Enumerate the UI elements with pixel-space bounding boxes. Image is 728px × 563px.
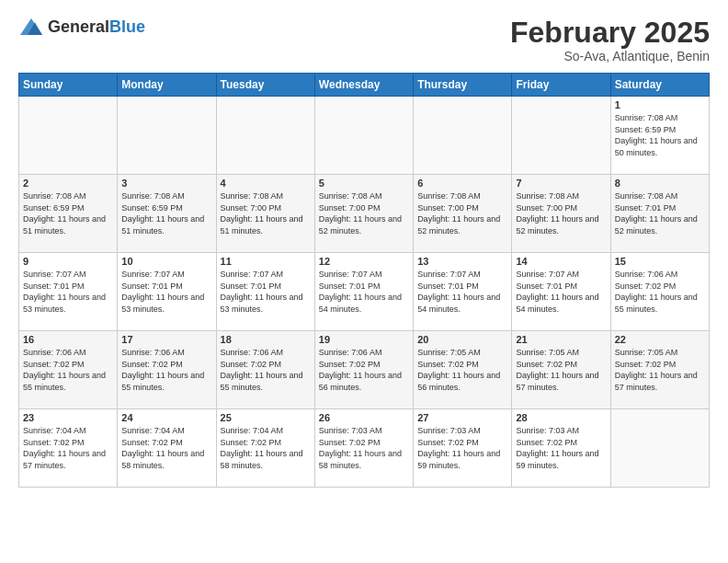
day-number: 1 — [615, 99, 705, 110]
calendar-cell: 4Sunrise: 7:08 AMSunset: 7:00 PMDaylight… — [216, 175, 314, 253]
day-info: Sunrise: 7:03 AMSunset: 7:02 PMDaylight:… — [417, 425, 507, 471]
page: GeneralBlue February 2025 So-Ava, Atlant… — [0, 0, 728, 563]
day-number: 22 — [615, 334, 705, 345]
day-info: Sunrise: 7:05 AMSunset: 7:02 PMDaylight:… — [417, 347, 507, 393]
calendar-week-4: 23Sunrise: 7:04 AMSunset: 7:02 PMDayligh… — [19, 409, 710, 488]
col-wednesday: Wednesday — [314, 74, 413, 97]
calendar-week-3: 16Sunrise: 7:06 AMSunset: 7:02 PMDayligh… — [19, 331, 710, 409]
calendar-cell — [314, 97, 413, 175]
calendar-cell: 6Sunrise: 7:08 AMSunset: 7:00 PMDaylight… — [414, 175, 512, 253]
day-number: 6 — [417, 178, 507, 189]
day-info: Sunrise: 7:08 AMSunset: 6:59 PMDaylight:… — [23, 190, 113, 236]
day-info: Sunrise: 7:06 AMSunset: 7:02 PMDaylight:… — [221, 347, 311, 393]
logo-icon — [18, 17, 44, 37]
calendar-cell — [216, 97, 314, 175]
col-friday: Friday — [512, 74, 610, 97]
day-number: 18 — [221, 334, 311, 345]
day-number: 3 — [121, 178, 211, 189]
calendar-cell — [610, 409, 709, 488]
day-number: 8 — [615, 178, 705, 189]
col-sunday: Sunday — [19, 74, 118, 97]
calendar-cell — [512, 97, 610, 175]
calendar-cell: 23Sunrise: 7:04 AMSunset: 7:02 PMDayligh… — [19, 409, 118, 488]
day-number: 19 — [319, 334, 409, 345]
calendar-week-2: 9Sunrise: 7:07 AMSunset: 7:01 PMDaylight… — [19, 253, 710, 331]
day-info: Sunrise: 7:07 AMSunset: 7:01 PMDaylight:… — [417, 269, 507, 315]
day-number: 27 — [417, 412, 507, 423]
header: GeneralBlue February 2025 So-Ava, Atlant… — [18, 17, 710, 63]
calendar-cell: 14Sunrise: 7:07 AMSunset: 7:01 PMDayligh… — [512, 253, 610, 331]
day-number: 14 — [516, 256, 606, 267]
day-info: Sunrise: 7:08 AMSunset: 7:00 PMDaylight:… — [516, 190, 606, 236]
day-number: 25 — [221, 412, 311, 423]
calendar-cell — [414, 97, 512, 175]
calendar-cell — [19, 97, 118, 175]
calendar-week-0: 1Sunrise: 7:08 AMSunset: 6:59 PMDaylight… — [19, 97, 710, 175]
day-info: Sunrise: 7:07 AMSunset: 7:01 PMDaylight:… — [23, 269, 113, 315]
calendar-week-1: 2Sunrise: 7:08 AMSunset: 6:59 PMDaylight… — [19, 175, 710, 253]
calendar-cell: 26Sunrise: 7:03 AMSunset: 7:02 PMDayligh… — [314, 409, 413, 488]
day-info: Sunrise: 7:05 AMSunset: 7:02 PMDaylight:… — [615, 347, 705, 393]
day-info: Sunrise: 7:03 AMSunset: 7:02 PMDaylight:… — [319, 425, 409, 471]
header-row: Sunday Monday Tuesday Wednesday Thursday… — [19, 74, 710, 97]
day-number: 17 — [121, 334, 211, 345]
day-info: Sunrise: 7:06 AMSunset: 7:02 PMDaylight:… — [121, 347, 211, 393]
col-monday: Monday — [118, 74, 216, 97]
calendar-cell: 5Sunrise: 7:08 AMSunset: 7:00 PMDaylight… — [314, 175, 413, 253]
day-info: Sunrise: 7:07 AMSunset: 7:01 PMDaylight:… — [221, 269, 311, 315]
calendar-cell: 18Sunrise: 7:06 AMSunset: 7:02 PMDayligh… — [216, 331, 314, 409]
day-info: Sunrise: 7:08 AMSunset: 6:59 PMDaylight:… — [121, 190, 211, 236]
day-number: 15 — [615, 256, 705, 267]
calendar-cell: 15Sunrise: 7:06 AMSunset: 7:02 PMDayligh… — [610, 253, 709, 331]
calendar-cell: 9Sunrise: 7:07 AMSunset: 7:01 PMDaylight… — [19, 253, 118, 331]
day-number: 13 — [417, 256, 507, 267]
day-info: Sunrise: 7:08 AMSunset: 6:59 PMDaylight:… — [615, 112, 705, 158]
day-number: 9 — [23, 256, 113, 267]
calendar-cell: 19Sunrise: 7:06 AMSunset: 7:02 PMDayligh… — [314, 331, 413, 409]
calendar-cell: 20Sunrise: 7:05 AMSunset: 7:02 PMDayligh… — [414, 331, 512, 409]
day-number: 11 — [221, 256, 311, 267]
day-number: 10 — [121, 256, 211, 267]
calendar-cell: 3Sunrise: 7:08 AMSunset: 6:59 PMDaylight… — [118, 175, 216, 253]
logo-blue: Blue — [109, 17, 145, 36]
calendar-cell: 17Sunrise: 7:06 AMSunset: 7:02 PMDayligh… — [118, 331, 216, 409]
calendar-cell: 27Sunrise: 7:03 AMSunset: 7:02 PMDayligh… — [414, 409, 512, 488]
calendar-cell: 22Sunrise: 7:05 AMSunset: 7:02 PMDayligh… — [610, 331, 709, 409]
day-info: Sunrise: 7:06 AMSunset: 7:02 PMDaylight:… — [319, 347, 409, 393]
day-number: 4 — [221, 178, 311, 189]
calendar-title: February 2025 — [510, 17, 710, 49]
calendar-cell: 12Sunrise: 7:07 AMSunset: 7:01 PMDayligh… — [314, 253, 413, 331]
day-info: Sunrise: 7:08 AMSunset: 7:01 PMDaylight:… — [615, 190, 705, 236]
day-info: Sunrise: 7:07 AMSunset: 7:01 PMDaylight:… — [319, 269, 409, 315]
day-info: Sunrise: 7:05 AMSunset: 7:02 PMDaylight:… — [516, 347, 606, 393]
calendar-cell: 1Sunrise: 7:08 AMSunset: 6:59 PMDaylight… — [610, 97, 709, 175]
col-thursday: Thursday — [414, 74, 512, 97]
day-number: 2 — [23, 178, 113, 189]
day-number: 23 — [23, 412, 113, 423]
calendar-cell: 24Sunrise: 7:04 AMSunset: 7:02 PMDayligh… — [118, 409, 216, 488]
day-number: 24 — [121, 412, 211, 423]
calendar-cell: 2Sunrise: 7:08 AMSunset: 6:59 PMDaylight… — [19, 175, 118, 253]
calendar-cell: 21Sunrise: 7:05 AMSunset: 7:02 PMDayligh… — [512, 331, 610, 409]
calendar-cell: 8Sunrise: 7:08 AMSunset: 7:01 PMDaylight… — [610, 175, 709, 253]
day-info: Sunrise: 7:06 AMSunset: 7:02 PMDaylight:… — [615, 269, 705, 315]
day-number: 26 — [319, 412, 409, 423]
calendar-cell: 25Sunrise: 7:04 AMSunset: 7:02 PMDayligh… — [216, 409, 314, 488]
day-number: 5 — [319, 178, 409, 189]
calendar-cell: 10Sunrise: 7:07 AMSunset: 7:01 PMDayligh… — [118, 253, 216, 331]
day-number: 21 — [516, 334, 606, 345]
day-number: 28 — [516, 412, 606, 423]
calendar-table: Sunday Monday Tuesday Wednesday Thursday… — [18, 73, 710, 488]
day-info: Sunrise: 7:03 AMSunset: 7:02 PMDaylight:… — [516, 425, 606, 471]
title-block: February 2025 So-Ava, Atlantique, Benin — [510, 17, 710, 63]
day-number: 7 — [516, 178, 606, 189]
calendar-cell: 11Sunrise: 7:07 AMSunset: 7:01 PMDayligh… — [216, 253, 314, 331]
calendar-cell: 28Sunrise: 7:03 AMSunset: 7:02 PMDayligh… — [512, 409, 610, 488]
day-number: 12 — [319, 256, 409, 267]
day-info: Sunrise: 7:04 AMSunset: 7:02 PMDaylight:… — [23, 425, 113, 471]
calendar-cell: 16Sunrise: 7:06 AMSunset: 7:02 PMDayligh… — [19, 331, 118, 409]
logo: GeneralBlue — [18, 17, 145, 37]
calendar-subtitle: So-Ava, Atlantique, Benin — [510, 49, 710, 63]
calendar-cell — [118, 97, 216, 175]
day-info: Sunrise: 7:04 AMSunset: 7:02 PMDaylight:… — [221, 425, 311, 471]
